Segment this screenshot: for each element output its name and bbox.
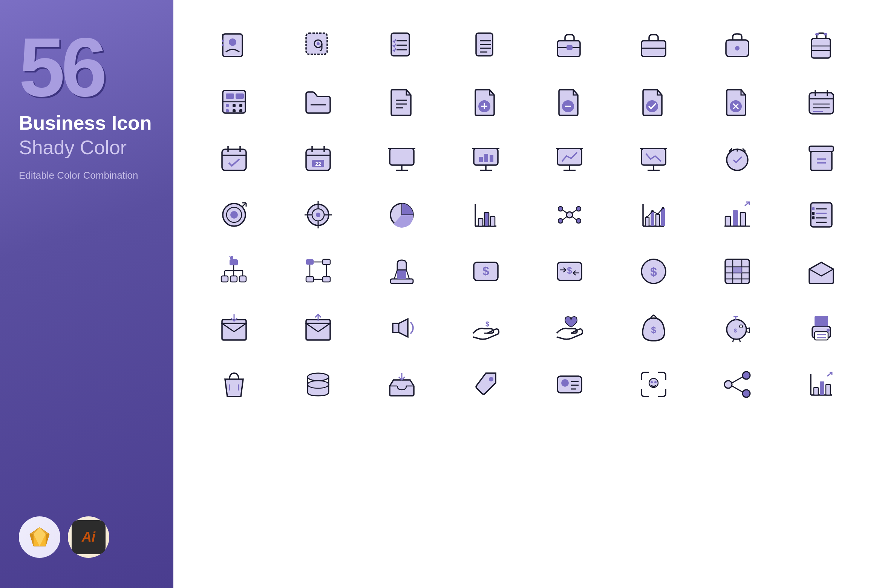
icon-email-at — [296, 23, 341, 68]
svg-rect-240 — [814, 387, 818, 395]
title-light: Shady Color — [19, 137, 155, 158]
svg-rect-86 — [490, 155, 493, 162]
svg-point-234 — [743, 372, 750, 379]
svg-rect-154 — [812, 212, 815, 215]
svg-point-214 — [827, 329, 830, 332]
svg-rect-38 — [236, 93, 244, 99]
svg-rect-100 — [811, 152, 832, 170]
icon-chart-bar-up — [799, 362, 844, 407]
svg-point-219 — [308, 373, 329, 381]
icon-briefcase-open — [547, 23, 592, 68]
svg-point-232 — [654, 381, 657, 383]
svg-rect-135 — [645, 217, 649, 226]
svg-rect-25 — [567, 45, 573, 50]
icon-exchange-dollar: $ — [547, 249, 592, 294]
icon-megaphone — [379, 305, 424, 351]
svg-point-235 — [743, 390, 750, 397]
icon-stamp — [379, 249, 424, 294]
svg-text:$: $ — [650, 265, 657, 279]
icon-piggy-bank: $ — [715, 305, 760, 351]
svg-text:$: $ — [567, 265, 573, 276]
subtitle: Editable Color Combination — [19, 170, 155, 181]
svg-line-206 — [733, 339, 733, 342]
svg-point-233 — [724, 381, 732, 388]
svg-rect-66 — [222, 149, 246, 170]
icon-calculator — [211, 79, 257, 124]
svg-line-236 — [732, 377, 743, 383]
icon-printer — [799, 305, 844, 351]
svg-point-128 — [576, 219, 581, 223]
svg-point-55 — [646, 100, 658, 112]
svg-text:$: $ — [485, 320, 489, 328]
svg-line-180 — [406, 270, 409, 279]
svg-rect-35 — [824, 33, 827, 35]
svg-point-124 — [567, 212, 573, 218]
svg-text:$: $ — [482, 264, 489, 278]
svg-point-105 — [230, 211, 238, 219]
ai-text: Ai — [82, 529, 95, 545]
icon-share-network — [715, 362, 760, 407]
svg-rect-40 — [226, 104, 229, 107]
icon-checklist — [379, 23, 424, 68]
icon-face-scan — [631, 362, 676, 407]
svg-line-129 — [563, 210, 567, 213]
icon-luggage — [799, 23, 844, 68]
svg-rect-225 — [557, 376, 582, 393]
svg-rect-122 — [484, 213, 489, 226]
svg-point-10 — [222, 44, 224, 46]
svg-rect-170 — [323, 277, 330, 282]
svg-line-237 — [732, 386, 743, 392]
svg-rect-42 — [239, 104, 242, 107]
icon-dollar-circle: $ — [631, 249, 676, 294]
svg-rect-156 — [230, 259, 238, 265]
icon-list-alt — [799, 192, 844, 237]
icon-mail-download — [211, 305, 257, 351]
icon-bar-chart-alt — [631, 192, 676, 237]
svg-point-231 — [651, 381, 653, 383]
main-content: 22 — [173, 0, 882, 588]
svg-rect-167 — [306, 259, 314, 265]
icon-briefcase-alt — [715, 23, 760, 68]
svg-text:$: $ — [734, 328, 737, 334]
svg-text:$: $ — [651, 325, 656, 335]
svg-text:22: 22 — [315, 161, 321, 167]
svg-point-127 — [558, 219, 563, 223]
icon-calendar-date: 22 — [296, 136, 341, 181]
ai-logo: Ai — [68, 516, 109, 558]
svg-point-111 — [316, 213, 320, 217]
icon-document-add — [463, 79, 508, 124]
svg-point-9 — [222, 40, 224, 42]
svg-rect-212 — [815, 332, 828, 340]
icon-alarm-check — [715, 136, 760, 181]
svg-point-13 — [317, 42, 320, 45]
icon-archive — [799, 136, 844, 181]
icon-presentation — [379, 136, 424, 181]
svg-rect-178 — [397, 270, 406, 279]
svg-point-226 — [561, 379, 569, 387]
icon-document-text — [379, 79, 424, 124]
svg-point-224 — [489, 377, 493, 381]
svg-rect-177 — [390, 279, 413, 283]
icon-mail-open — [799, 249, 844, 294]
svg-rect-136 — [651, 211, 654, 226]
icons-grid: 22 — [196, 23, 859, 407]
svg-rect-144 — [733, 210, 738, 226]
sidebar: 56 Business Icon Shady Color Editable Co… — [0, 0, 173, 588]
icon-presentation-down — [631, 136, 676, 181]
svg-rect-41 — [233, 104, 236, 107]
svg-rect-169 — [323, 259, 330, 265]
icon-money-hand: $ — [463, 305, 508, 351]
svg-point-220 — [308, 381, 329, 388]
sketch-logo — [19, 516, 60, 558]
svg-rect-123 — [490, 216, 495, 226]
svg-rect-14 — [391, 33, 409, 56]
icon-contact-card — [211, 23, 257, 68]
icon-document-check — [631, 79, 676, 124]
icon-target — [211, 192, 257, 237]
svg-point-7 — [229, 38, 236, 46]
icon-heart-hand — [547, 305, 592, 351]
svg-rect-145 — [740, 213, 746, 226]
icon-calendar-lines — [799, 79, 844, 124]
icon-id-card — [547, 362, 592, 407]
icon-target-cross — [296, 192, 341, 237]
